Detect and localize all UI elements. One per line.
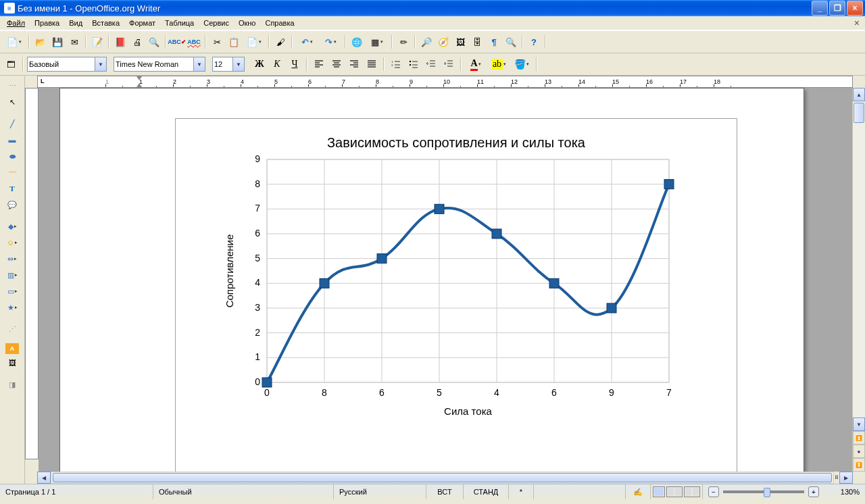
ellipse-tool[interactable]: ⬬ — [4, 149, 20, 163]
close-button[interactable]: × — [847, 1, 863, 16]
zoom-button[interactable]: 🔍 — [503, 34, 519, 50]
flowchart-tool[interactable]: ▥ — [4, 268, 20, 282]
export-pdf-button[interactable]: 📕 — [112, 34, 128, 50]
scroll-down-button[interactable]: ▼ — [853, 418, 865, 431]
spellcheck-button[interactable]: ABC✔ — [169, 34, 185, 50]
highlight-button[interactable]: ab — [488, 56, 510, 72]
callouts-tool[interactable]: ▭ — [4, 284, 20, 299]
copy-button[interactable]: 📋 — [226, 34, 242, 50]
align-left-button[interactable] — [311, 56, 327, 72]
save-button[interactable]: 💾 — [49, 34, 66, 50]
stars-tool[interactable]: ★ — [4, 300, 20, 315]
menu-table[interactable]: Таблица — [161, 18, 198, 28]
nonprinting-button[interactable]: ¶ — [486, 34, 502, 50]
status-language[interactable]: Русский — [334, 484, 426, 499]
scroll-left-button[interactable]: ◀ — [37, 472, 51, 484]
find-button[interactable]: 🔎 — [418, 34, 435, 50]
view-multi-page-icon[interactable] — [666, 486, 683, 497]
print-button[interactable]: 🖨 — [129, 34, 145, 50]
redo-button[interactable]: ↷ — [319, 34, 342, 50]
symbol-shapes-tool[interactable]: ☺ — [4, 235, 20, 250]
gallery-button[interactable]: 🖼 — [452, 34, 468, 50]
dots-icon[interactable]: ⋯ — [4, 78, 20, 93]
menu-view[interactable]: Вид — [65, 18, 86, 28]
numbered-list-button[interactable]: 12 — [388, 56, 404, 72]
menu-file[interactable]: Файл — [3, 18, 29, 28]
help-button[interactable]: ? — [526, 34, 542, 50]
paste-button[interactable]: 📄 — [243, 34, 266, 50]
bullet-list-button[interactable] — [405, 56, 422, 72]
menu-tools[interactable]: Сервис — [199, 18, 233, 28]
decrease-indent-button[interactable] — [423, 56, 439, 72]
autospell-button[interactable]: ABC — [186, 34, 202, 50]
scroll-right-button[interactable]: ▶ — [839, 472, 853, 484]
split-handle[interactable]: ⠿ — [834, 472, 839, 484]
status-signature-icon[interactable]: ✍ — [626, 484, 651, 499]
align-justify-button[interactable] — [364, 56, 380, 72]
zoom-out-button[interactable]: − — [708, 486, 719, 497]
extrusion-tool[interactable]: ◨ — [4, 377, 20, 392]
background-color-button[interactable]: 🪣 — [511, 56, 533, 72]
zoom-slider[interactable] — [723, 490, 804, 493]
hyperlink-button[interactable]: 🌐 — [349, 34, 365, 50]
status-insert[interactable]: ВСТ — [426, 484, 464, 499]
menu-window[interactable]: Окно — [234, 18, 260, 28]
bold-button[interactable]: Ж — [251, 56, 268, 72]
table-button[interactable]: ▦ — [366, 34, 389, 50]
navigator-button[interactable]: 🧭 — [435, 34, 451, 50]
callout-tool[interactable]: 💬 — [4, 197, 20, 212]
zoom-in-button[interactable]: + — [808, 486, 819, 497]
styles-window-button[interactable]: 🗔 — [3, 56, 19, 72]
view-book-icon[interactable] — [684, 486, 700, 497]
horizontal-scrollbar[interactable]: ◀ ⠿ ▶ — [25, 472, 865, 484]
underline-button[interactable]: Ч — [287, 56, 303, 72]
edit-file-button[interactable]: 📝 — [89, 34, 105, 50]
align-center-button[interactable] — [328, 56, 345, 72]
text-tool[interactable]: T — [4, 181, 20, 196]
scroll-up-button[interactable]: ▲ — [853, 88, 865, 101]
menu-help[interactable]: Справка — [261, 18, 298, 28]
print-preview-button[interactable]: 🔍 — [146, 34, 162, 50]
email-button[interactable]: ✉ — [66, 34, 82, 50]
new-document-button[interactable]: 📄 — [3, 34, 26, 50]
menu-format[interactable]: Формат — [125, 18, 159, 28]
prev-page-button[interactable]: ⏫ — [853, 431, 865, 445]
status-select-mode[interactable]: СТАНД — [464, 484, 509, 499]
open-button[interactable]: 📂 — [32, 34, 49, 50]
vertical-scrollbar[interactable]: ▲ ▼ ⏫ ● ⏬ — [852, 88, 865, 472]
line-tool[interactable]: ╱ — [4, 116, 20, 131]
nav-button[interactable]: ● — [853, 445, 865, 458]
paragraph-style-select[interactable] — [27, 57, 107, 72]
block-arrows-tool[interactable]: ⇔ — [4, 251, 20, 266]
show-draw-button[interactable]: ✏ — [395, 34, 412, 50]
increase-indent-button[interactable] — [441, 56, 457, 72]
menu-edit[interactable]: Правка — [30, 18, 64, 28]
basic-shapes-tool[interactable]: ◆ — [4, 219, 20, 234]
chart-object[interactable]: Зависимость сопротивления и силы тока 01… — [175, 118, 737, 472]
document-canvas[interactable]: Зависимость сопротивления и силы тока 01… — [39, 88, 852, 472]
cut-button[interactable]: ✂ — [209, 34, 225, 50]
align-right-button[interactable] — [346, 56, 362, 72]
document-close-button[interactable]: × — [851, 18, 862, 28]
status-style[interactable]: Обычный — [153, 484, 334, 499]
freeform-tool[interactable]: 〰 — [4, 165, 20, 180]
italic-button[interactable]: К — [269, 56, 285, 72]
undo-button[interactable]: ↶ — [295, 34, 318, 50]
menu-insert[interactable]: Вставка — [88, 18, 124, 28]
font-name-select[interactable] — [114, 57, 205, 72]
points-tool[interactable]: ⋰ — [4, 322, 20, 336]
select-tool[interactable]: ↖ — [4, 95, 20, 109]
scroll-thumb-v[interactable] — [854, 103, 864, 123]
minimize-button[interactable]: _ — [812, 1, 828, 16]
format-paintbrush-button[interactable]: 🖌 — [272, 34, 289, 50]
font-size-select[interactable] — [212, 57, 245, 72]
scroll-thumb-h[interactable] — [53, 473, 832, 482]
maximize-button[interactable]: ❐ — [829, 1, 845, 16]
from-file-tool[interactable]: 🖼 — [4, 355, 20, 370]
horizontal-ruler[interactable]: L 1123456789101112131415161718 — [37, 76, 853, 88]
datasources-button[interactable]: 🗄 — [469, 34, 485, 50]
view-single-page-icon[interactable] — [653, 486, 665, 497]
status-zoom[interactable]: 130% — [824, 484, 865, 499]
next-page-button[interactable]: ⏬ — [853, 458, 865, 472]
fontwork-tool[interactable]: A — [5, 343, 19, 354]
